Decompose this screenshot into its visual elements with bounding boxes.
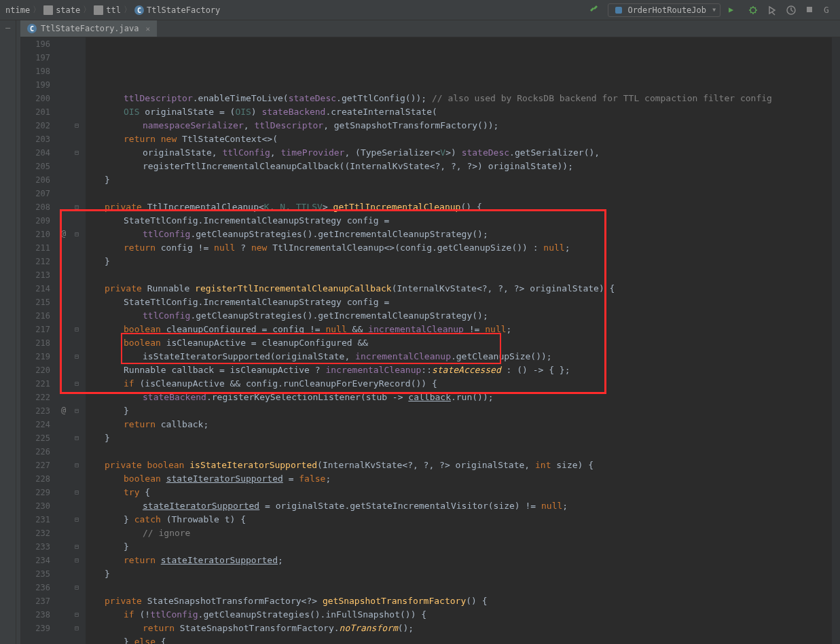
breadcrumb-ntime[interactable]: ntime (5, 5, 30, 15)
debug-icon[interactable] (748, 5, 759, 16)
top-bar: ntime 〉 state 〉 ttl 〉 TtlStateFactory Or… (0, 0, 840, 20)
right-gutter (832, 37, 840, 644)
breadcrumb-ttl[interactable]: ttl (94, 5, 121, 15)
breadcrumb: ntime 〉 state 〉 ttl 〉 TtlStateFactory (5, 4, 220, 16)
class-icon (27, 24, 37, 33)
editor-area: TtlStateFactory.java ✕ 19619719819920020… (20, 20, 840, 644)
svg-rect-3 (807, 7, 812, 12)
code-content[interactable]: ttlDescriptor.enableTimeToLive(stateDesc… (86, 37, 832, 644)
chevron-right-icon: 〉 (33, 4, 41, 16)
build-icon[interactable] (589, 5, 600, 16)
main-area: — TtlStateFactory.java ✕ 196197198199200… (0, 20, 840, 644)
chevron-right-icon: 〉 (124, 4, 132, 16)
override-gutter: @@ (58, 37, 72, 644)
folder-icon (43, 5, 53, 15)
breadcrumb-state[interactable]: state (43, 5, 80, 15)
hide-sidebar-icon[interactable]: — (5, 23, 10, 33)
code-area[interactable]: 1961971981992002012022032042052062072082… (20, 37, 840, 644)
profile-icon[interactable] (786, 5, 797, 16)
class-icon (134, 5, 144, 15)
breadcrumb-class[interactable]: TtlStateFactory (134, 5, 220, 15)
run-config-selector[interactable]: OrderHotRouteJob (608, 3, 720, 17)
file-tab[interactable]: TtlStateFactory.java ✕ (20, 20, 157, 37)
folder-icon (94, 5, 103, 15)
tab-bar: TtlStateFactory.java ✕ (20, 20, 840, 37)
stop-icon[interactable] (805, 5, 816, 16)
chevron-right-icon: 〉 (83, 4, 91, 16)
run-icon[interactable]: ▶ (729, 5, 739, 16)
coverage-icon[interactable] (767, 5, 778, 16)
svg-rect-0 (615, 7, 622, 14)
left-sidebar: — (0, 20, 16, 644)
toolbar-right: OrderHotRouteJob ▶ G (589, 3, 835, 17)
git-icon[interactable]: G (824, 5, 835, 16)
close-icon[interactable]: ✕ (146, 24, 151, 33)
fold-gutter: ⊟⊟⊟⊟⊟⊟⊟⊟⊟⊟⊟⊟⊟⊟⊟⊟⊟ (72, 37, 86, 644)
line-number-gutter: 1961971981992002012022032042052062072082… (20, 37, 58, 644)
